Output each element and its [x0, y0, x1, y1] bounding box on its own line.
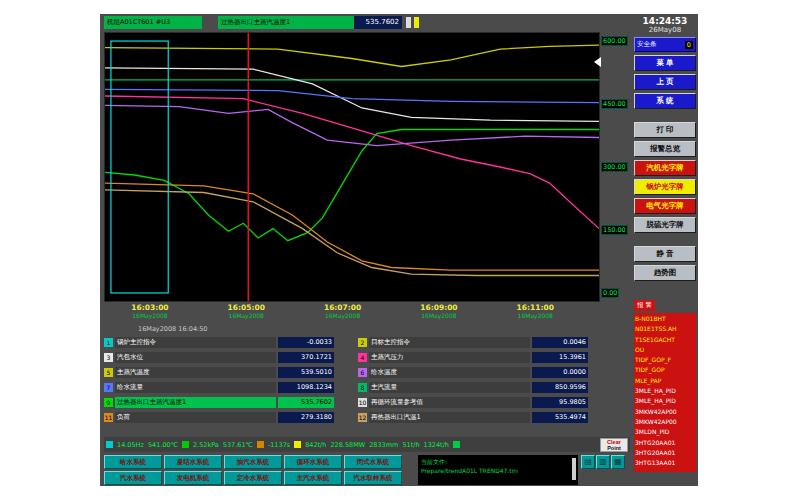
sidebar-button[interactable]: 汽机光字牌 — [634, 160, 696, 176]
sidebar-button[interactable]: 电气光字牌 — [634, 198, 696, 214]
alarm-entry[interactable]: 3MLDN_PID — [635, 427, 695, 437]
pen-color-chip: 5 — [104, 368, 113, 377]
sidebar-button[interactable]: 锅炉光字牌 — [634, 179, 696, 195]
zoom-selection-box — [111, 41, 168, 293]
tool-icon-button[interactable]: ▤ — [581, 455, 595, 469]
alarm-entry[interactable]: TIDF_GOP — [635, 365, 695, 375]
status-value: 2833mm — [369, 441, 398, 449]
system-nav-button[interactable]: 凝结水系统 — [164, 455, 222, 469]
legend-row[interactable]: 11 负荷 279.3180 — [104, 410, 344, 425]
pen-color-chip: 11 — [104, 413, 113, 422]
pen-color-chip: 12 — [358, 413, 367, 422]
alarm-entry[interactable]: TIDF_GOP_F — [635, 355, 695, 365]
legend-row[interactable]: 9 过热器出口主蒸汽温度1 535.7602 — [104, 395, 344, 410]
selected-pen-label: 过热器出口主蒸汽温度1 — [218, 16, 356, 29]
trend-line-6 — [105, 105, 599, 145]
legend-panel: 16May2008 16:04:50 1 锅炉主控指令 -0.0033 3 汽包… — [104, 325, 630, 425]
alarm-entry[interactable]: 3HTG13AA01 — [635, 458, 695, 468]
legend-row[interactable]: 5 主蒸汽温度 539.5010 — [104, 365, 344, 380]
system-nav-button[interactable]: 定冷水系统 — [224, 471, 282, 485]
console-scrollbar[interactable] — [572, 458, 576, 480]
clear-point-button[interactable]: Clear Point — [600, 438, 628, 452]
clock-time: 14:24:53 — [632, 16, 698, 26]
selected-pen-value: 535.7602 — [354, 16, 402, 29]
trend-line-5 — [105, 96, 599, 229]
legend-row[interactable]: 12 再热器出口汽温1 535.4974 — [358, 410, 598, 425]
pen-label: 再循环流量参考值 — [369, 397, 530, 408]
alarm-entry[interactable]: 3MKW42AP00 — [635, 417, 695, 427]
legend-row[interactable]: 1 锅炉主控指令 -0.0033 — [104, 335, 344, 350]
alarm-entry[interactable]: OU — [635, 345, 695, 355]
status-value: 51t/h — [402, 441, 419, 449]
status-value: 228.58MW — [330, 441, 365, 449]
hmi-trend-window: 机组A01CT601 #U3 过热器出口主蒸汽温度1 535.7602 600.… — [100, 14, 698, 486]
sidebar-button[interactable]: 上 页 — [634, 74, 696, 90]
system-nav-button[interactable]: 主汽水系统 — [284, 471, 342, 485]
alarm-entry[interactable]: B-N01BHT — [635, 314, 695, 324]
legend-left-column: 1 锅炉主控指令 -0.0033 3 汽包水位 370.1721 5 主蒸汽温度… — [104, 335, 344, 425]
alarm-entry[interactable]: 3MLE_HA_PID — [635, 386, 695, 396]
tool-icon-button[interactable]: ▦ — [611, 455, 625, 469]
legend-row[interactable]: 4 主蒸汽压力 15.3961 — [358, 350, 598, 365]
status-value: 842t/h — [305, 441, 326, 449]
pen-value: 279.3180 — [278, 412, 334, 423]
tool-icon-button[interactable]: ▥ — [596, 455, 610, 469]
pen-value: 1098.1234 — [278, 382, 334, 393]
y-axis-label: 450.00 — [601, 99, 628, 109]
x-axis-tick: 16:09:0016May2008 — [415, 303, 463, 319]
status-indicator-chip — [257, 441, 264, 448]
pen-indicator-chip — [406, 17, 411, 28]
legend-row[interactable]: 10 再循环流量参考值 95.9805 — [358, 395, 598, 410]
pen-label: 再热器出口汽温1 — [369, 412, 530, 423]
trend-group-tag: 机组A01CT601 #U3 — [104, 16, 202, 29]
console-line2: Prepare/trendA01L TREND47.trn — [421, 466, 575, 475]
system-nav-button[interactable]: 给水系统 — [104, 455, 162, 469]
sidebar-button[interactable]: 系 统 — [634, 93, 696, 109]
system-nav-button[interactable]: 汽水取样系统 — [344, 471, 402, 485]
pen-label: 主汽流量 — [369, 382, 530, 393]
status-bar-items: 14.05Hz541.00℃2.52kPa537.61℃-1137s842t/h… — [106, 441, 460, 449]
trend-plot-svg — [105, 33, 599, 301]
sidebar-button[interactable]: 报警总览 — [634, 141, 696, 157]
alarm-entry[interactable]: 3HTG20AA01 — [635, 448, 695, 458]
sidebar-button[interactable]: 脱硫光字牌 — [634, 217, 696, 233]
trend-line-9 — [105, 190, 599, 276]
system-nav-button[interactable]: 抽汽水系统 — [224, 455, 282, 469]
alarm-entry[interactable]: 3MKW42AP00 — [635, 407, 695, 417]
x-axis-tick: 16:11:0016May2008 — [511, 303, 559, 319]
sidebar-button[interactable]: 菜 单 — [634, 55, 696, 71]
status-value: 1324t/h — [424, 441, 449, 449]
status-value: 541.00℃ — [148, 441, 178, 449]
legend-row[interactable]: 2 目标主控指令 0.0046 — [358, 335, 598, 350]
system-nav-button[interactable]: 汽水系统 — [104, 471, 162, 485]
status-value: 537.61℃ — [223, 441, 253, 449]
status-indicator-chip — [106, 441, 113, 448]
pen-color-chip: 3 — [104, 353, 113, 362]
system-nav-button[interactable]: 循环水系统 — [284, 455, 342, 469]
y-axis-label: 150.00 — [601, 225, 628, 235]
alarm-entry[interactable]: 3MLE_HA_PID — [635, 396, 695, 406]
pen-color-chip: 10 — [358, 398, 367, 407]
alarm-entry[interactable]: N01E1TSS.AH — [635, 324, 695, 334]
sidebar-button[interactable]: 打 印 — [634, 122, 696, 138]
alarm-entry[interactable]: T1SE1GACHT — [635, 335, 695, 345]
pen-color-chip: 2 — [358, 338, 367, 347]
legend-row[interactable]: 6 给水温度 0.0000 — [358, 365, 598, 380]
legend-row[interactable]: 8 主汽流量 850.9596 — [358, 380, 598, 395]
sidebar-button[interactable]: 静 音 — [634, 246, 696, 262]
pen-value: 539.5010 — [278, 367, 334, 378]
range-marker-triangle[interactable] — [594, 57, 601, 67]
sidebar: 14:24:53 26May08 安全条 0 菜 单上 页系 统打 印报警总览汽… — [632, 14, 698, 486]
legend-row[interactable]: 7 给水流量 1098.1234 — [104, 380, 344, 395]
sidebar-button[interactable]: 趋势图 — [634, 265, 696, 281]
alarm-entry[interactable]: 3HTG20AA01 — [635, 438, 695, 448]
x-axis-tick: 16:05:0016May2008 — [222, 303, 270, 319]
trend-line-1 — [105, 45, 599, 66]
system-nav-button[interactable]: 闭式水系统 — [344, 455, 402, 469]
system-nav-button[interactable]: 发电机系统 — [164, 471, 222, 485]
safety-bar-button[interactable]: 安全条 0 — [634, 37, 696, 52]
alarm-entry[interactable]: MLE_PAP — [635, 376, 695, 386]
toolbar-icons: ▤▥▦ — [581, 455, 625, 469]
legend-row[interactable]: 3 汽包水位 370.1721 — [104, 350, 344, 365]
pen-label: 主蒸汽压力 — [369, 352, 530, 363]
